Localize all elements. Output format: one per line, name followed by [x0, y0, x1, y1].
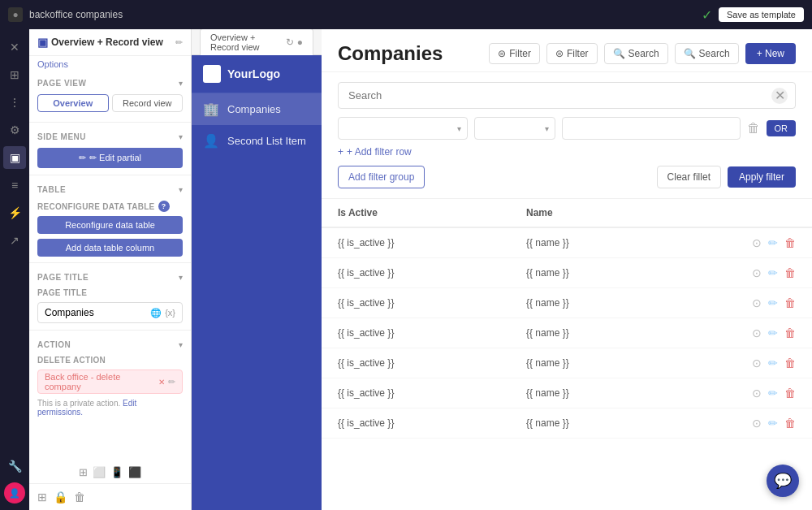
- icon-bar-tree[interactable]: ⋮: [3, 91, 26, 114]
- page-view-arrow[interactable]: ▾: [179, 79, 183, 88]
- icon-bar-share[interactable]: ↗: [3, 229, 26, 252]
- filter-icon-2: ⊜: [555, 48, 564, 59]
- table-row: {{ is_active }} {{ name }} ⊙ ✏ 🗑: [322, 258, 812, 288]
- filter-button-2[interactable]: ⊜ Filter: [546, 43, 598, 64]
- mobile-icon[interactable]: 📱: [110, 466, 123, 478]
- icon-bar-list[interactable]: ≡: [3, 174, 26, 197]
- add-filter-row[interactable]: + + Add filter row: [338, 145, 796, 159]
- edit-view-icon[interactable]: ✏: [175, 37, 183, 48]
- search-clear-button[interactable]: ✕: [771, 88, 788, 104]
- nav-item-companies[interactable]: 🏢 Companies: [192, 93, 322, 125]
- row-view-icon-5[interactable]: ⊙: [752, 387, 762, 400]
- chat-bubble[interactable]: 💬: [767, 465, 799, 497]
- content-header: Companies ⊜ Filter ⊜ Filter 🔍 Search 🔍 S…: [322, 29, 812, 72]
- row-view-icon-1[interactable]: ⊙: [752, 266, 762, 279]
- row-edit-icon-6[interactable]: ✏: [768, 417, 778, 430]
- action-arrow[interactable]: ▾: [179, 340, 183, 349]
- cell-name-1: {{ name }}: [526, 267, 715, 279]
- filter-field-select[interactable]: [338, 117, 468, 140]
- nav-item-second[interactable]: 👤 Second List Item: [192, 125, 322, 157]
- row-edit-icon-1[interactable]: ✏: [768, 266, 778, 279]
- row-delete-icon-3[interactable]: 🗑: [784, 326, 796, 339]
- page-title-arrow[interactable]: ▾: [179, 273, 183, 282]
- row-delete-icon-1[interactable]: 🗑: [784, 266, 796, 279]
- icon-bar-copy[interactable]: ⊞: [3, 63, 26, 86]
- row-delete-icon-2[interactable]: 🗑: [784, 296, 796, 309]
- row-edit-icon-0[interactable]: ✏: [768, 236, 778, 249]
- row-view-icon-2[interactable]: ⊙: [752, 296, 762, 309]
- icon-bar-close[interactable]: ✕: [3, 36, 26, 58]
- row-view-icon-4[interactable]: ⊙: [752, 357, 762, 370]
- edit-action-icon[interactable]: ✏: [168, 377, 175, 387]
- cell-name-2: {{ name }}: [526, 297, 715, 309]
- filter-operator-select[interactable]: [474, 117, 555, 140]
- row-actions-3: ⊙ ✏ 🗑: [715, 326, 796, 339]
- side-menu-arrow[interactable]: ▾: [179, 132, 183, 141]
- filter-value-input[interactable]: [562, 117, 741, 140]
- edit-partial-button[interactable]: ✏ ✏ Edit partial: [37, 148, 183, 168]
- search-button-2[interactable]: 🔍 Search: [675, 43, 739, 64]
- new-button[interactable]: + New: [745, 43, 796, 64]
- left-panel-header: ▣ Overview + Record view ✏: [29, 29, 191, 56]
- trash-icon[interactable]: 🗑: [74, 491, 85, 504]
- logo-square: [203, 65, 221, 83]
- filter-delete-icon[interactable]: 🗑: [747, 121, 760, 136]
- filter-button-1[interactable]: ⊜ Filter: [489, 43, 540, 64]
- tab-overview[interactable]: Overview: [37, 94, 109, 112]
- apply-filter-button[interactable]: Apply filter: [728, 166, 796, 188]
- icon-bar-settings[interactable]: ⚙: [3, 119, 26, 141]
- grid-icon[interactable]: ⊞: [37, 491, 47, 504]
- add-data-table-column-button[interactable]: Add data table column: [37, 239, 183, 257]
- or-toggle-button[interactable]: OR: [767, 120, 797, 136]
- table-row: {{ is_active }} {{ name }} ⊙ ✏ 🗑: [322, 408, 812, 439]
- row-edit-icon-3[interactable]: ✏: [768, 326, 778, 339]
- column-is-active: Is Active: [338, 207, 526, 218]
- action-tag-remove[interactable]: ✕: [158, 378, 165, 387]
- row-delete-icon-5[interactable]: 🗑: [784, 387, 796, 400]
- icon-bar: ✕ ⊞ ⋮ ⚙ ▣ ≡ ⚡ ↗ 🔧 👤: [0, 29, 29, 510]
- user-avatar[interactable]: 👤: [4, 482, 25, 504]
- variable-icon[interactable]: {x}: [165, 308, 175, 318]
- tab-record-view[interactable]: Record view: [112, 94, 184, 112]
- tab-dot-icon[interactable]: ●: [297, 37, 303, 48]
- widescreen-icon[interactable]: ⬛: [128, 466, 141, 478]
- row-edit-icon-5[interactable]: ✏: [768, 387, 778, 400]
- search-button-1[interactable]: 🔍 Search: [604, 43, 668, 64]
- icon-bar-wrench[interactable]: 🔧: [3, 455, 26, 478]
- row-actions-0: ⊙ ✏ 🗑: [715, 236, 796, 249]
- action-tag[interactable]: Back office - delete company ✕ ✏: [37, 370, 183, 394]
- row-view-icon-3[interactable]: ⊙: [752, 326, 762, 339]
- table-row: {{ is_active }} {{ name }} ⊙ ✏ 🗑: [322, 378, 812, 408]
- icon-bar-lightning[interactable]: ⚡: [3, 201, 26, 224]
- page-title-input[interactable]: Companies 🌐 {x}: [37, 302, 183, 323]
- search-input[interactable]: [338, 82, 796, 109]
- row-view-icon-0[interactable]: ⊙: [752, 236, 762, 249]
- row-edit-icon-4[interactable]: ✏: [768, 357, 778, 370]
- page-title: Companies: [338, 42, 482, 65]
- reconfigure-data-table-button[interactable]: Reconfigure data table: [37, 216, 183, 234]
- tab-overview-record[interactable]: Overview + Record view ↻ ●: [200, 29, 313, 55]
- row-actions-4: ⊙ ✏ 🗑: [715, 357, 796, 370]
- clear-filter-button[interactable]: Clear fillet: [657, 166, 721, 188]
- row-delete-icon-6[interactable]: 🗑: [784, 417, 796, 430]
- add-filter-group-button[interactable]: Add filter group: [338, 166, 425, 188]
- tab-bar: Overview + Record view ↻ ●: [192, 29, 322, 55]
- tab-refresh-icon[interactable]: ↻: [286, 37, 294, 48]
- row-edit-icon-2[interactable]: ✏: [768, 296, 778, 309]
- table-arrow[interactable]: ▾: [179, 185, 183, 194]
- save-as-template-button[interactable]: Save as template: [719, 7, 804, 22]
- row-delete-icon-4[interactable]: 🗑: [784, 357, 796, 370]
- row-actions-5: ⊙ ✏ 🗑: [715, 387, 796, 400]
- row-view-icon-6[interactable]: ⊙: [752, 417, 762, 430]
- tablet-icon[interactable]: ⬜: [93, 466, 106, 478]
- row-delete-icon-0[interactable]: 🗑: [784, 236, 796, 249]
- translate-icon[interactable]: 🌐: [150, 308, 162, 318]
- main-layout: ✕ ⊞ ⋮ ⚙ ▣ ≡ ⚡ ↗ 🔧 👤 ▣ Overview + Record …: [0, 29, 812, 510]
- lock-icon[interactable]: 🔒: [54, 491, 67, 504]
- filter-operator-select-wrapper: [474, 117, 555, 140]
- desktop-icon[interactable]: ⊞: [79, 466, 88, 478]
- info-icon: ?: [158, 201, 170, 212]
- search-icon-1: 🔍: [613, 48, 625, 59]
- icon-bar-page[interactable]: ▣: [3, 146, 26, 169]
- options-link[interactable]: Options: [29, 56, 191, 72]
